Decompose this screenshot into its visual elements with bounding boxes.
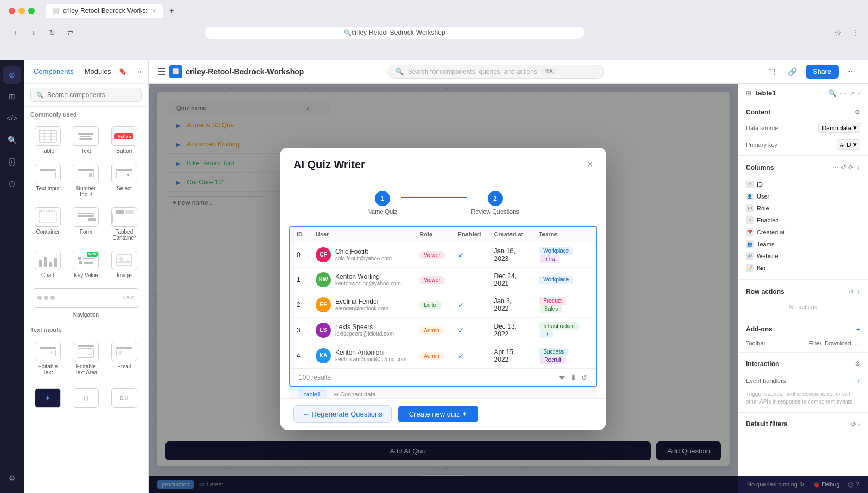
tab-close-btn[interactable]: ✕ (152, 8, 156, 14)
component-tabbed-container[interactable]: Tabbed Container (107, 204, 142, 244)
address-btn[interactable]: ⇄ (64, 26, 77, 39)
table-row-2[interactable]: 2 EF Evelina Fender efender@out (290, 292, 596, 317)
data-source-select[interactable]: Demo data ▾ (818, 123, 860, 133)
create-new-quiz-btn[interactable]: Create new quiz ✦ (398, 406, 479, 422)
user-cell-3: LS Lexis Speers lexisspeers@icloud.com (316, 323, 406, 338)
component-text-input[interactable]: Text Input (30, 161, 65, 201)
row-actions-add-btn[interactable]: + (856, 287, 860, 296)
sidebar-btn-code[interactable]: </> (3, 110, 21, 127)
component-editable-text-area[interactable]: ✏ Editable Text Area (68, 338, 103, 379)
row-actions-reset-btn[interactable]: ↺ (848, 287, 854, 296)
primary-key-row: Primary key # ID ▾ (738, 136, 868, 153)
more-panel-btn[interactable]: ⋯ (840, 89, 846, 97)
tag-success-4: Success (539, 348, 568, 356)
tag-workplace-1: Workplace (539, 276, 573, 284)
tab-modules[interactable]: Modules (81, 65, 114, 78)
minimize-window-btn[interactable] (18, 8, 25, 14)
sidebar-btn-search[interactable]: 🔍 (3, 131, 21, 149)
sidebar-btn-add[interactable]: ⊕ (3, 66, 21, 84)
component-form[interactable]: Form (68, 204, 103, 244)
col-id: ID (290, 227, 309, 242)
addons-add-btn[interactable]: + (856, 325, 860, 334)
component-select[interactable]: ▼ Select (107, 161, 142, 201)
toolbar-value[interactable]: Filter, Download, … (808, 340, 860, 347)
tab-components[interactable]: Components (30, 65, 77, 78)
search-panel-btn[interactable]: 🔍 (828, 89, 837, 97)
component-button[interactable]: Action Button (107, 123, 142, 157)
component-code[interactable]: { } (68, 385, 103, 413)
menu-icon[interactable]: ⋮ (852, 28, 859, 37)
regenerate-btn[interactable]: ← Regenerate Questions (293, 405, 392, 423)
refresh-icon[interactable]: ↺ (581, 373, 588, 382)
user-cell-0: CF Chic Footitt chic.footitt@yahoo.com (316, 247, 406, 262)
modal-overlay[interactable]: AI Quiz Writer × 1 Name Quiz (149, 84, 738, 493)
component-navigation[interactable]: A B C (30, 285, 142, 311)
sidebar-btn-components[interactable]: ⊞ (3, 88, 21, 105)
debug-btn[interactable]: 🐞 Debug (813, 481, 839, 488)
table-row-0[interactable]: 0 CF Chic Footitt chic.footitt@ (290, 242, 596, 267)
bookmarks-icon[interactable]: 🔖 (119, 68, 127, 75)
new-tab-btn[interactable]: + (169, 6, 174, 16)
bookmark-icon[interactable]: ☆ (834, 28, 842, 38)
global-search[interactable]: 🔍 Search for components, queries, and ac… (387, 65, 604, 79)
sidebar-btn-api[interactable]: {i} (3, 153, 21, 170)
tag-workplace-0: Workplace (539, 247, 573, 255)
container-icon (35, 207, 61, 227)
columns-more-btn[interactable]: ⋯ (832, 163, 839, 172)
forward-btn[interactable]: › (27, 26, 40, 39)
component-misc[interactable]: B/U (107, 385, 142, 413)
step-1-circle: 1 (375, 191, 390, 206)
expand-panel-btn[interactable]: ↗ (850, 89, 855, 97)
table-row-1[interactable]: 1 KW Kenton Worling kentonworli (290, 267, 596, 292)
browser-tab[interactable]: ⬜ criley-Retool-Bedrock-Works: ✕ (46, 4, 163, 18)
columns-reset-btn[interactable]: ↺ (841, 163, 846, 172)
component-image[interactable]: Image (107, 247, 142, 281)
column-website: 🔗 Website (746, 250, 860, 262)
table-resize-handle[interactable]: ⠿ (439, 226, 448, 227)
default-filters-reset-btn[interactable]: ↺ (851, 420, 856, 428)
table-row-4[interactable]: 4 KA Kenton Antonioni kenton.an (290, 343, 596, 368)
reload-btn[interactable]: ↻ (46, 26, 59, 39)
close-window-btn[interactable] (9, 8, 15, 14)
back-btn[interactable]: ‹ (9, 26, 22, 39)
default-filters-more-btn[interactable]: › (858, 420, 860, 428)
component-sparkle[interactable]: ✦ (30, 385, 65, 413)
search-components-input[interactable] (47, 91, 136, 99)
component-table[interactable]: Table (30, 123, 65, 157)
modal-tab-connect-data[interactable]: ⊕ Connect data (327, 388, 382, 398)
link-icon-btn[interactable]: 🔗 (785, 64, 800, 79)
help-icon-btn[interactable]: ? (856, 481, 859, 488)
component-chart[interactable]: Chart (30, 247, 65, 281)
component-email[interactable]: @ Email (107, 338, 142, 379)
url-bar[interactable]: 🔍 criley-Retool-Bedrock-Workshop (205, 27, 584, 39)
component-key-value[interactable]: New Key Value (68, 247, 103, 281)
download-icon[interactable]: ⬇ (570, 373, 577, 382)
modal-tab-table1[interactable]: table1 (298, 388, 327, 398)
event-handlers-add-btn[interactable]: + (856, 376, 860, 385)
sidebar-btn-history[interactable]: ◷ (3, 175, 21, 192)
layout-icon-btn[interactable]: ⬚ (764, 64, 780, 79)
component-text[interactable]: Text (68, 123, 103, 157)
columns-sync-btn[interactable]: ⟳ (848, 163, 854, 172)
toolbar-row: Toolbar Filter, Download, … (738, 337, 868, 350)
interaction-settings-btn[interactable]: ⚙ (854, 360, 860, 368)
panel-collapse-btn[interactable]: « (138, 68, 142, 75)
svg-rect-0 (39, 130, 56, 142)
table-label: Table (41, 148, 54, 154)
component-container[interactable]: Container (30, 204, 65, 244)
sidebar-btn-settings[interactable]: ⚙ (3, 469, 21, 486)
maximize-window-btn[interactable] (28, 8, 35, 14)
component-number-input[interactable]: Number Input (68, 161, 103, 201)
filter-icon[interactable]: ⏷ (558, 373, 566, 382)
modal-close-btn[interactable]: × (587, 159, 593, 170)
primary-key-select[interactable]: # ID ▾ (837, 139, 860, 150)
content-settings-btn[interactable]: ⚙ (854, 108, 860, 116)
more-options-btn[interactable]: ⋯ (844, 64, 859, 79)
table-row-3[interactable]: 3 LS Lexis Speers lexisspeers@i (290, 317, 596, 343)
component-editable-text[interactable]: ✏ Editable Text (30, 338, 65, 379)
close-panel-btn[interactable]: › (858, 89, 860, 97)
clock-icon-btn[interactable]: ◷ (848, 481, 853, 488)
sidebar-toggle-icon[interactable]: ☰ (157, 66, 166, 78)
columns-add-btn[interactable]: + (856, 163, 860, 172)
share-button[interactable]: Share (806, 65, 839, 79)
